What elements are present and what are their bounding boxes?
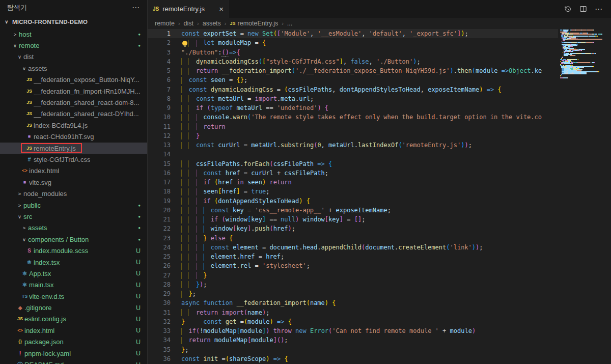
sidebar-item-style-cgfjtrda-css[interactable]: #style-CGfJTrdA.css: [0, 154, 147, 165]
code-line[interactable]: } else {: [181, 234, 558, 243]
code-line[interactable]: };: [181, 345, 558, 354]
chevron-right-icon[interactable]: >: [11, 32, 19, 37]
code-line[interactable]: element.rel = 'stylesheet';: [181, 261, 558, 270]
code-line[interactable]: element.href = href;: [181, 252, 558, 261]
sidebar-item-federation-shared-react-dom-8[interactable]: JS__federation_shared_react-dom-8...: [0, 97, 147, 108]
tab-remoteentry-js[interactable]: JS remoteEntry.js ×: [148, 0, 229, 18]
sidebar-item-readme-md[interactable]: ⓘREADME.mdU: [0, 359, 147, 364]
sidebar-item-assets[interactable]: >assets●: [0, 222, 147, 234]
code-line[interactable]: const metaUrl = import.meta.url;: [181, 94, 558, 103]
sidebar-item-main-tsx[interactable]: ⚛main.tsxU: [0, 279, 147, 291]
chevron-right-icon[interactable]: >: [16, 203, 23, 208]
indent-guide: [185, 68, 188, 75]
sidebar-item-federation-shared-react-dyihd[interactable]: JS__federation_shared_react-DYIhd...: [0, 108, 147, 120]
sidebar-item-federation-fn-import-irn10mjh[interactable]: JS__federation_fn_import-iRn10MJH...: [0, 86, 147, 97]
code-content[interactable]: const exportSet = new Set(['Module', '__…: [181, 29, 558, 363]
sidebar-item-assets[interactable]: ∨assets: [0, 63, 147, 74]
breadcrumb-item[interactable]: assets: [203, 20, 221, 27]
sidebar-item-package-json[interactable]: {}package.jsonU: [0, 337, 147, 348]
split-editor-icon[interactable]: [579, 5, 587, 13]
line-number: 15: [148, 159, 172, 169]
code-line[interactable]: } const get =(module) => {: [181, 317, 558, 326]
sidebar-item-federation-expose-button-niqy[interactable]: JS__federation_expose_Button-NiqY...: [0, 74, 147, 86]
code-line[interactable]: const init =(shareScope) => {: [181, 354, 558, 363]
sidebar-item-index-html[interactable]: <>index.htmlU: [0, 325, 147, 336]
code-line[interactable]: [181, 150, 558, 159]
code-line[interactable]: async function __federation_import(name)…: [181, 298, 558, 307]
sidebar-item-remote[interactable]: ∨remote●: [0, 40, 147, 51]
sidebar-item-public[interactable]: >public●: [0, 200, 147, 211]
sidebar-item-vite-env-d-ts[interactable]: TSvite-env.d.tsU: [0, 291, 147, 302]
chevron-down-icon[interactable]: ∨: [16, 54, 23, 60]
code-line[interactable]: if(!moduleMap[module]) throw new Error('…: [181, 326, 558, 335]
sidebar-item-src[interactable]: ∨src●: [0, 211, 147, 222]
sidebar-item-vite-svg[interactable]: ■vite.svg: [0, 177, 147, 188]
code-line[interactable]: if (typeof metaUrl == 'undefined') {: [181, 103, 558, 113]
sidebar-item-dist[interactable]: ∨dist: [0, 51, 147, 63]
close-icon[interactable]: ×: [219, 5, 224, 13]
sidebar-item-index-tsx[interactable]: ⚛index.tsxU: [0, 257, 147, 268]
sidebar-item-remoteentry-js[interactable]: JSremoteEntry.js: [0, 143, 147, 154]
code-line[interactable]: if (href in seen) return: [181, 178, 558, 187]
indent-guide: [192, 272, 196, 279]
chevron-right-icon[interactable]: >: [20, 225, 28, 231]
code-line[interactable]: seen[href] = true;: [181, 187, 558, 196]
code-line[interactable]: return moduleMap[module]();: [181, 335, 558, 345]
sidebar-item-index-bcdfa9l4-js[interactable]: JSindex-BCdfa9L4.js: [0, 120, 147, 131]
sidebar-item-index-html[interactable]: <>index.html: [0, 165, 147, 177]
git-untracked-badge: U: [136, 327, 141, 334]
lightbulb-icon[interactable]: [181, 39, 188, 47]
sidebar-item-index-module-scss[interactable]: Sindex.module.scssU: [0, 245, 147, 256]
code-line[interactable]: "./Button":()=>{: [181, 48, 558, 57]
code-line[interactable]: let moduleMap = {: [181, 38, 558, 47]
code-line[interactable]: }: [181, 131, 558, 141]
code-line[interactable]: }: [181, 271, 558, 280]
breadcrumb-item[interactable]: dist: [184, 20, 193, 27]
breadcrumb-item[interactable]: ...: [287, 20, 292, 27]
code-line[interactable]: window[key].push(href);: [181, 224, 558, 233]
code-line[interactable]: if (dontAppendStylesToHead) {: [181, 197, 558, 206]
code-line[interactable]: const key = 'css__remote-app__' + expose…: [181, 206, 558, 215]
code-line[interactable]: return: [181, 122, 558, 131]
sidebar-item-components-button[interactable]: ∨components / Button●: [0, 234, 147, 245]
chevron-right-icon[interactable]: >: [16, 191, 23, 197]
code-line[interactable]: const element = document.head.appendChil…: [181, 243, 558, 252]
sidebar-item-host[interactable]: >host●: [0, 29, 147, 40]
line-number: 32: [148, 317, 172, 326]
code-line[interactable]: });: [181, 280, 558, 289]
breadcrumb-item[interactable]: remote: [155, 20, 175, 27]
indent-guide: [181, 123, 185, 130]
code-line[interactable]: const seen = {};: [181, 75, 558, 85]
code-line[interactable]: cssFilePaths.forEach(cssFilePath => {: [181, 159, 558, 169]
chevron-down-icon[interactable]: ∨: [20, 237, 28, 242]
chevron-down-icon[interactable]: ∨: [20, 66, 28, 71]
sidebar-item-gitignore[interactable]: ◆.gitignoreU: [0, 302, 147, 313]
breadcrumb-item[interactable]: JSremoteEntry.js: [230, 20, 279, 27]
code-line[interactable]: };: [181, 289, 558, 298]
history-icon[interactable]: [564, 5, 572, 13]
sidebar-item-react-chdo91ht-svg[interactable]: ■react-CHdo91hT.svg: [0, 131, 147, 143]
item-label: index.html: [24, 327, 54, 334]
code-line[interactable]: return import(name);: [181, 308, 558, 317]
code-line[interactable]: console.warn('The remote style takes eff…: [181, 113, 558, 122]
code-editor[interactable]: 1234567891011121314151617181920212223242…: [148, 29, 611, 364]
more-actions-icon[interactable]: ⋯: [132, 3, 140, 12]
code-line[interactable]: return __federation_import('./__federati…: [181, 66, 558, 75]
chevron-down-icon[interactable]: ∨: [16, 214, 23, 219]
sidebar-item-node-modules[interactable]: >node_modules: [0, 188, 147, 199]
sidebar-item-eslint-config-js[interactable]: JSeslint.config.jsU: [0, 314, 147, 325]
code-line[interactable]: dynamicLoadingCss(["style-CGfJTrdA.css"]…: [181, 57, 558, 66]
code-line[interactable]: const curUrl = metaUrl.substring(0, meta…: [181, 141, 558, 150]
project-root-folder[interactable]: ∨ MICRO-FRONTEND-DEMO: [0, 15, 147, 29]
code-line[interactable]: const href = curUrl + cssFilePath;: [181, 169, 558, 178]
chevron-down-icon[interactable]: ∨: [11, 43, 19, 48]
indent-guide: [196, 254, 200, 261]
sidebar-item-pnpm-lock-yaml[interactable]: !pnpm-lock.yamlU: [0, 348, 147, 359]
code-line[interactable]: const exportSet = new Set(['Module', '__…: [181, 29, 558, 38]
more-actions-icon[interactable]: ⋯: [595, 5, 603, 14]
sidebar-item-app-tsx[interactable]: ⚛App.tsxU: [0, 268, 147, 279]
indent-guide: [192, 244, 196, 251]
code-line[interactable]: const dynamicLoadingCss = (cssFilePaths,…: [181, 85, 558, 94]
code-line[interactable]: if (window[key] == null) window[key] = […: [181, 215, 558, 224]
minimap[interactable]: [560, 30, 608, 78]
